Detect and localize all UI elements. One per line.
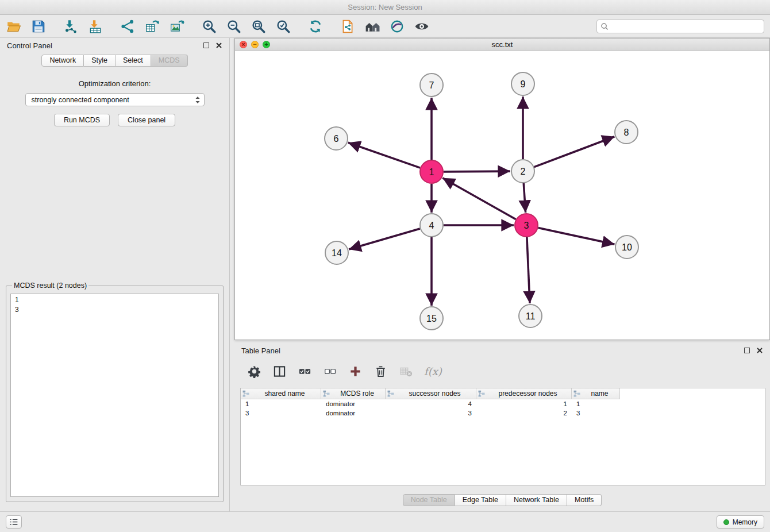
close-panel-button[interactable]: Close panel	[118, 114, 175, 126]
tab-style[interactable]: Style	[84, 55, 116, 67]
graph-node-6[interactable]: 6	[325, 127, 348, 150]
column-header-shared-name[interactable]: shared name	[241, 388, 321, 399]
graph-node-1[interactable]: 1	[420, 160, 443, 183]
graph-node-3[interactable]: 3	[515, 214, 538, 237]
zoom-in-icon[interactable]	[201, 18, 217, 34]
table-cell[interactable]: 4	[386, 399, 476, 408]
column-header-mcds-role[interactable]: MCDS role	[321, 388, 386, 399]
home-icon[interactable]	[364, 18, 380, 34]
table-cell[interactable]: 1	[476, 399, 572, 408]
graph-edge-2-3[interactable]	[523, 183, 525, 213]
function-builder-label[interactable]: f(x)	[424, 365, 442, 377]
column-header-successor-nodes[interactable]: successor nodes	[386, 388, 476, 399]
table-tab-network-table[interactable]: Network Table	[506, 494, 567, 506]
graph-edge-4-14[interactable]	[349, 229, 420, 249]
graph-node-14[interactable]: 14	[325, 241, 348, 264]
column-header-name[interactable]: name	[572, 388, 620, 399]
column-header-label: successor nodes	[395, 390, 474, 398]
zoom-out-icon[interactable]	[226, 18, 242, 34]
tab-select[interactable]: Select	[116, 55, 151, 67]
table-export-icon[interactable]	[144, 18, 160, 34]
column-header-predecessor-nodes[interactable]: predecessor nodes	[476, 388, 572, 399]
table-cell[interactable]: dominator	[321, 408, 386, 418]
statusbar: Memory	[0, 511, 770, 532]
close-window-icon[interactable]: ×	[240, 41, 247, 48]
graph-edge-3-1[interactable]	[442, 178, 516, 219]
style-icon[interactable]	[389, 18, 405, 34]
table-cell[interactable]: 1	[241, 399, 321, 408]
table-cell[interactable]: 2	[476, 408, 572, 418]
float-table-panel-icon[interactable]	[744, 348, 750, 353]
column-type-icon	[242, 390, 249, 397]
table-tab-node-table[interactable]: Node Table	[403, 494, 455, 506]
eye-icon[interactable]	[414, 18, 430, 34]
close-panel-icon[interactable]	[215, 42, 222, 49]
network-window-titlebar[interactable]: × − + scc.txt	[235, 38, 769, 51]
table-tab-motifs[interactable]: Motifs	[567, 494, 602, 506]
column-header-label: shared name	[251, 390, 319, 398]
search-box[interactable]	[596, 20, 764, 33]
graph-node-8[interactable]: 8	[615, 121, 638, 144]
maximize-window-icon[interactable]: +	[263, 41, 270, 48]
zoom-fit-icon[interactable]	[251, 18, 267, 34]
network-canvas[interactable]: 7968124314101511	[235, 51, 769, 340]
table-cell[interactable]: 3	[386, 408, 476, 418]
import-table-icon[interactable]	[87, 18, 103, 34]
import-network-icon[interactable]	[63, 18, 79, 34]
dropdown-selected-value: strongly connected component	[32, 96, 129, 104]
add-column-icon[interactable]	[347, 364, 363, 380]
search-input[interactable]	[611, 22, 760, 30]
float-panel-icon[interactable]	[203, 43, 209, 48]
column-type-icon	[573, 390, 580, 397]
titlebar[interactable]: Session: New Session	[0, 0, 770, 15]
image-export-icon[interactable]	[169, 18, 185, 34]
memory-button[interactable]: Memory	[717, 515, 764, 529]
delete-table-icon[interactable]	[398, 364, 414, 380]
optimization-dropdown[interactable]: strongly connected component	[25, 93, 205, 106]
graph-edge-3-10[interactable]	[538, 228, 615, 245]
document-network-icon[interactable]	[340, 18, 356, 34]
graph-node-11[interactable]: 11	[519, 304, 542, 327]
column-header-label: name	[582, 390, 618, 398]
table-row[interactable]: 1dominator411	[241, 399, 765, 408]
table-panel-title: Table Panel	[241, 346, 280, 355]
split-panel-icon[interactable]	[271, 364, 287, 380]
task-history-button[interactable]	[6, 515, 22, 529]
table-cell[interactable]: dominator	[321, 399, 386, 408]
toolbar-group	[120, 18, 185, 34]
minimize-window-icon[interactable]: −	[251, 41, 259, 48]
table-cell[interactable]: 3	[572, 408, 620, 418]
table-cell[interactable]: 3	[241, 408, 321, 418]
tab-network[interactable]: Network	[41, 55, 84, 67]
deselect-all-icon[interactable]	[322, 364, 338, 380]
close-table-panel-icon[interactable]	[756, 347, 763, 354]
graph-edge-2-8[interactable]	[534, 137, 615, 167]
gear-icon[interactable]	[246, 364, 262, 380]
zoom-selected-icon[interactable]	[275, 18, 291, 34]
graph-node-label: 10	[622, 242, 632, 252]
graph-edge-1-2[interactable]	[444, 171, 510, 172]
table-row[interactable]: 3dominator323	[241, 408, 765, 418]
graph-node-2[interactable]: 2	[511, 160, 534, 183]
select-all-icon[interactable]	[297, 364, 313, 380]
mcds-result-list[interactable]: 13	[10, 294, 219, 497]
run-mcds-button[interactable]: Run MCDS	[54, 114, 110, 126]
graph-node-4[interactable]: 4	[420, 214, 443, 237]
tab-mcds[interactable]: MCDS	[151, 55, 188, 67]
toolbar-group	[201, 18, 291, 34]
table-tab-edge-table[interactable]: Edge Table	[455, 494, 506, 506]
graph-node-9[interactable]: 9	[511, 72, 534, 95]
graph-node-7[interactable]: 7	[420, 74, 443, 97]
mcds-result-line: 1	[15, 295, 214, 305]
refresh-icon[interactable]	[307, 18, 324, 34]
application-window: Session: New Session Control Panel Netwo…	[0, 0, 770, 532]
graph-edge-1-6[interactable]	[348, 142, 420, 168]
trash-icon[interactable]	[372, 364, 388, 380]
open-file-icon[interactable]	[6, 18, 22, 34]
network-share-icon[interactable]	[120, 18, 136, 34]
table-cell[interactable]: 1	[572, 399, 620, 408]
graph-node-15[interactable]: 15	[420, 307, 443, 330]
graph-edge-3-11[interactable]	[527, 237, 530, 303]
graph-node-10[interactable]: 10	[615, 236, 638, 259]
save-session-icon[interactable]	[30, 18, 47, 34]
